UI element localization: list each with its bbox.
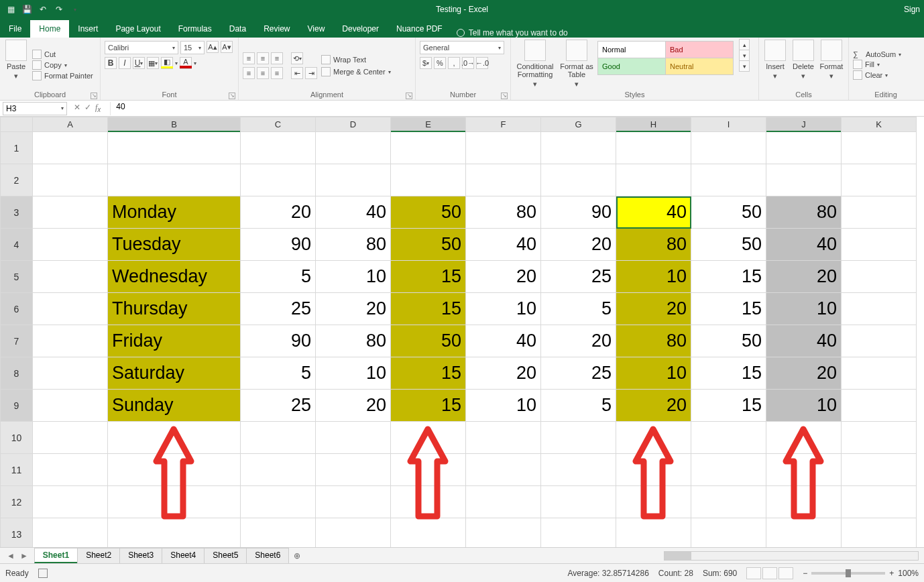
cell-B11[interactable] [108, 454, 241, 486]
cell-K4[interactable] [842, 229, 917, 261]
row-header-7[interactable]: 7 [1, 325, 33, 357]
cell-E5[interactable]: 15 [391, 261, 466, 293]
cell-J12[interactable] [766, 486, 842, 518]
fill-color-button[interactable]: ◧ [161, 57, 173, 69]
cell-C12[interactable] [241, 486, 316, 518]
orientation-button[interactable]: ⟲▾ [291, 52, 303, 64]
cell-D7[interactable]: 80 [316, 325, 391, 357]
cell-H7[interactable]: 80 [616, 325, 691, 357]
cell-K11[interactable] [842, 454, 917, 486]
row-header-3[interactable]: 3 [1, 196, 33, 229]
cell-D8[interactable]: 10 [316, 357, 391, 390]
cell-B8[interactable]: Saturday [108, 357, 241, 390]
cell-E9[interactable]: 15 [391, 390, 466, 422]
zoom-out-button[interactable]: − [803, 569, 807, 578]
new-sheet-button[interactable]: ⊕ [289, 551, 305, 561]
decrease-decimal-button[interactable]: ←.0 [476, 57, 488, 69]
cell-style-neutral[interactable]: Neutral [665, 58, 734, 75]
cell-J4[interactable]: 40 [766, 229, 842, 261]
cell-E1[interactable] [391, 132, 466, 164]
gallery-more-button[interactable]: ▾ [739, 60, 750, 72]
cell-A13[interactable] [33, 518, 108, 548]
col-header-J[interactable]: J [766, 117, 842, 132]
cell-K9[interactable] [842, 390, 917, 422]
cell-H9[interactable]: 20 [616, 390, 691, 422]
sheet-tab-sheet3[interactable]: Sheet3 [119, 548, 162, 563]
align-middle-button[interactable]: ≡ [257, 52, 269, 64]
view-page-break-button[interactable] [778, 567, 793, 579]
cell-A11[interactable] [33, 454, 108, 486]
cell-I5[interactable]: 15 [691, 261, 766, 293]
cell-H12[interactable] [616, 486, 691, 518]
row-header-9[interactable]: 9 [1, 390, 33, 422]
cell-B10[interactable] [108, 422, 241, 454]
cell-A1[interactable] [33, 132, 108, 164]
italic-button[interactable]: I [119, 57, 131, 69]
cell-E8[interactable]: 15 [391, 357, 466, 390]
cell-K10[interactable] [842, 422, 917, 454]
tab-formulas[interactable]: Formulas [170, 20, 221, 38]
cell-C5[interactable]: 5 [241, 261, 316, 293]
row-header-5[interactable]: 5 [1, 261, 33, 293]
col-header-K[interactable]: K [842, 117, 917, 132]
cell-C7[interactable]: 90 [241, 325, 316, 357]
font-size-select[interactable]: 15▾ [180, 41, 205, 54]
cell-H3[interactable]: 40 [616, 196, 691, 229]
cell-D10[interactable] [316, 422, 391, 454]
cell-A3[interactable] [33, 196, 108, 229]
cell-J3[interactable]: 80 [766, 196, 842, 229]
cell-D5[interactable]: 10 [316, 261, 391, 293]
cell-A10[interactable] [33, 422, 108, 454]
dialog-launcher-icon[interactable]: ↘ [406, 93, 412, 99]
cell-H6[interactable]: 20 [616, 293, 691, 325]
cell-F4[interactable]: 40 [466, 229, 541, 261]
align-right-button[interactable]: ≡ [271, 67, 283, 79]
cell-G4[interactable]: 20 [541, 229, 616, 261]
clear-button[interactable]: Clear▾ [853, 70, 901, 80]
cell-E6[interactable]: 15 [391, 293, 466, 325]
cell-K13[interactable] [842, 518, 917, 548]
cell-K8[interactable] [842, 357, 917, 390]
zoom-slider[interactable] [811, 572, 885, 575]
wrap-text-button[interactable]: Wrap Text [321, 55, 391, 64]
cut-button[interactable]: Cut [32, 50, 93, 59]
borders-button[interactable]: ▦▾ [147, 57, 159, 69]
cell-F9[interactable]: 10 [466, 390, 541, 422]
formula-input[interactable]: 40 [110, 102, 924, 115]
cell-C1[interactable] [241, 132, 316, 164]
align-bottom-button[interactable]: ≡ [271, 52, 283, 64]
cell-J13[interactable] [766, 518, 842, 548]
cell-I1[interactable] [691, 132, 766, 164]
col-header-D[interactable]: D [316, 117, 391, 132]
cell-E12[interactable] [391, 486, 466, 518]
tab-file[interactable]: File [0, 20, 30, 38]
cell-style-bad[interactable]: Bad [665, 41, 734, 58]
cell-I7[interactable]: 50 [691, 325, 766, 357]
increase-indent-button[interactable]: ⇥ [305, 67, 317, 79]
horizontal-scrollbar[interactable] [664, 551, 919, 561]
cell-C9[interactable]: 25 [241, 390, 316, 422]
cell-F8[interactable]: 20 [466, 357, 541, 390]
cell-C4[interactable]: 90 [241, 229, 316, 261]
cell-B2[interactable] [108, 164, 241, 196]
cell-B12[interactable] [108, 486, 241, 518]
worksheet-grid[interactable]: ABCDEFGHIJK123Monday20405080904050804Tue… [0, 117, 924, 547]
cell-B4[interactable]: Tuesday [108, 229, 241, 261]
cell-A7[interactable] [33, 325, 108, 357]
row-header-11[interactable]: 11 [1, 454, 33, 486]
cell-H2[interactable] [616, 164, 691, 196]
zoom-in-button[interactable]: + [889, 569, 894, 578]
col-header-H[interactable]: H [616, 117, 691, 132]
increase-decimal-button[interactable]: .0→ [462, 57, 474, 69]
cancel-button[interactable]: ✕ [74, 103, 80, 113]
sheet-tab-sheet1[interactable]: Sheet1 [34, 548, 78, 563]
cell-B6[interactable]: Thursday [108, 293, 241, 325]
gallery-up-button[interactable]: ▴ [739, 39, 750, 50]
delete-cells-button[interactable]: Delete▾ [791, 40, 815, 91]
cell-D11[interactable] [316, 454, 391, 486]
col-header-C[interactable]: C [241, 117, 316, 132]
cell-E13[interactable] [391, 518, 466, 548]
cell-D2[interactable] [316, 164, 391, 196]
row-header-1[interactable]: 1 [1, 132, 33, 164]
cell-F6[interactable]: 10 [466, 293, 541, 325]
